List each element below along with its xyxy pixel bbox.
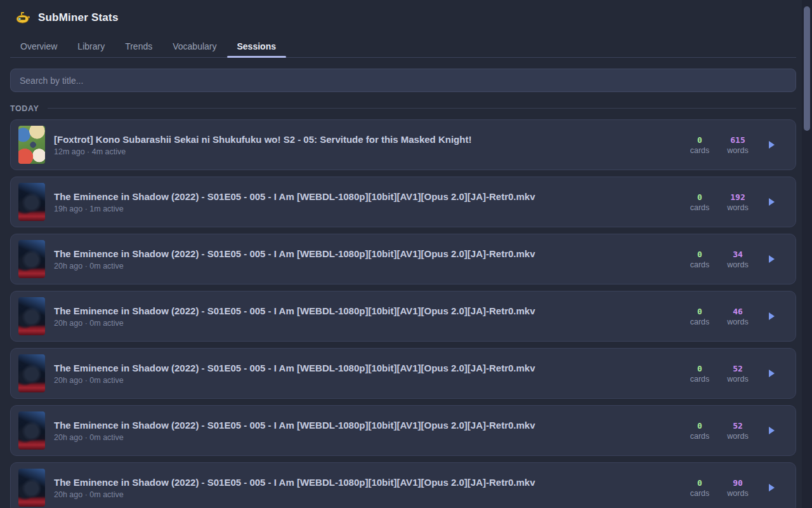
cards-stat: 0 cards: [684, 250, 716, 269]
session-stats: 0 cards 52 words: [684, 421, 778, 441]
tab-label: Vocabulary: [173, 41, 216, 51]
scrollbar[interactable]: [802, 0, 812, 508]
session-info: [Foxtrot] Kono Subarashii Sekai ni Shuku…: [54, 133, 675, 156]
play-icon: [769, 255, 775, 263]
tab-label: Library: [77, 41, 105, 51]
cards-label: cards: [684, 146, 716, 155]
words-count: 192: [722, 192, 754, 202]
words-count: 90: [722, 478, 754, 488]
words-stat: 34 words: [722, 250, 754, 269]
session-thumbnail: [18, 240, 45, 278]
session-meta: 20h ago · 0m active: [54, 262, 675, 271]
session-meta: 20h ago · 0m active: [54, 376, 675, 385]
session-title: [Foxtrot] Kono Subarashii Sekai ni Shuku…: [54, 133, 675, 145]
session-card[interactable]: The Eminence in Shadow (2022) - S01E05 -…: [10, 462, 796, 508]
words-count: 46: [722, 307, 754, 316]
play-button[interactable]: [765, 481, 778, 494]
app-header: SubMiner Stats: [10, 10, 796, 26]
play-icon: [769, 312, 775, 320]
cards-stat: 0 cards: [684, 135, 716, 155]
words-stat: 90 words: [722, 478, 754, 498]
words-label: words: [722, 489, 754, 498]
cards-stat: 0 cards: [684, 364, 716, 384]
session-card[interactable]: The Eminence in Shadow (2022) - S01E05 -…: [10, 405, 796, 456]
session-title: The Eminence in Shadow (2022) - S01E05 -…: [54, 362, 675, 374]
session-card[interactable]: [Foxtrot] Kono Subarashii Sekai ni Shuku…: [10, 119, 796, 170]
cards-label: cards: [684, 375, 716, 384]
session-stats: 0 cards 34 words: [684, 250, 778, 269]
tab-bar: Overview Library Trends Vocabulary Sessi…: [10, 35, 796, 58]
words-label: words: [722, 260, 754, 269]
tab-overview[interactable]: Overview: [10, 35, 67, 57]
words-count: 615: [722, 135, 754, 145]
page-title: SubMiner Stats: [38, 11, 119, 24]
words-label: words: [722, 375, 754, 384]
search-input[interactable]: [10, 69, 796, 92]
words-stat: 52 words: [722, 421, 754, 441]
play-button[interactable]: [765, 310, 778, 323]
session-stats: 0 cards 52 words: [684, 364, 778, 384]
tab-label: Trends: [125, 41, 152, 51]
words-stat: 52 words: [722, 364, 754, 384]
play-icon: [769, 427, 775, 434]
session-thumbnail: [18, 469, 45, 507]
tab-trends[interactable]: Trends: [115, 35, 162, 57]
play-button[interactable]: [765, 253, 778, 265]
play-button[interactable]: [765, 424, 778, 437]
session-stats: 0 cards 46 words: [684, 307, 778, 326]
session-info: The Eminence in Shadow (2022) - S01E05 -…: [54, 362, 675, 385]
session-meta: 19h ago · 1m active: [54, 204, 675, 213]
session-card[interactable]: The Eminence in Shadow (2022) - S01E05 -…: [10, 234, 796, 284]
play-button[interactable]: [765, 138, 778, 151]
play-icon: [769, 198, 775, 206]
tab-sessions[interactable]: Sessions: [227, 35, 286, 57]
section-label: TODAY: [10, 104, 39, 113]
session-title: The Eminence in Shadow (2022) - S01E05 -…: [54, 190, 675, 203]
app-container: SubMiner Stats Overview Library Trends V…: [10, 0, 796, 508]
session-title: The Eminence in Shadow (2022) - S01E05 -…: [54, 248, 675, 260]
scrollbar-thumb[interactable]: [804, 6, 810, 131]
words-label: words: [722, 146, 754, 155]
play-icon: [769, 484, 775, 491]
session-stats: 0 cards 90 words: [684, 478, 778, 498]
words-label: words: [722, 318, 754, 326]
session-list: [Foxtrot] Kono Subarashii Sekai ni Shuku…: [10, 119, 796, 508]
words-label: words: [722, 203, 754, 212]
play-button[interactable]: [765, 367, 778, 380]
tab-library[interactable]: Library: [67, 35, 115, 57]
session-title: The Eminence in Shadow (2022) - S01E05 -…: [54, 419, 675, 431]
cards-count: 0: [684, 192, 716, 202]
session-thumbnail: [18, 126, 45, 164]
session-card[interactable]: The Eminence in Shadow (2022) - S01E05 -…: [10, 348, 796, 399]
session-card[interactable]: The Eminence in Shadow (2022) - S01E05 -…: [10, 177, 796, 227]
tab-vocabulary[interactable]: Vocabulary: [162, 35, 226, 57]
cards-count: 0: [684, 307, 716, 316]
session-thumbnail: [18, 183, 45, 221]
session-info: The Eminence in Shadow (2022) - S01E05 -…: [54, 248, 675, 271]
session-card[interactable]: The Eminence in Shadow (2022) - S01E05 -…: [10, 291, 796, 342]
cards-label: cards: [684, 203, 716, 212]
session-info: The Eminence in Shadow (2022) - S01E05 -…: [54, 476, 675, 499]
cards-label: cards: [684, 432, 716, 441]
cards-count: 0: [684, 135, 716, 145]
play-icon: [769, 370, 775, 377]
yellow-submarine-icon: [15, 11, 30, 24]
section-divider: [48, 108, 796, 109]
session-thumbnail: [18, 297, 45, 335]
cards-stat: 0 cards: [684, 192, 716, 212]
session-info: The Eminence in Shadow (2022) - S01E05 -…: [54, 419, 675, 442]
session-info: The Eminence in Shadow (2022) - S01E05 -…: [54, 190, 675, 213]
cards-count: 0: [684, 364, 716, 373]
cards-stat: 0 cards: [684, 421, 716, 441]
cards-count: 0: [684, 250, 716, 259]
session-meta: 20h ago · 0m active: [54, 490, 675, 499]
session-meta: 20h ago · 0m active: [54, 319, 675, 328]
cards-label: cards: [684, 318, 716, 326]
cards-count: 0: [684, 478, 716, 488]
play-icon: [769, 141, 775, 149]
words-stat: 192 words: [722, 192, 754, 212]
tab-label: Overview: [20, 41, 57, 51]
words-count: 34: [722, 250, 754, 259]
tab-label: Sessions: [237, 41, 276, 51]
play-button[interactable]: [765, 196, 778, 208]
